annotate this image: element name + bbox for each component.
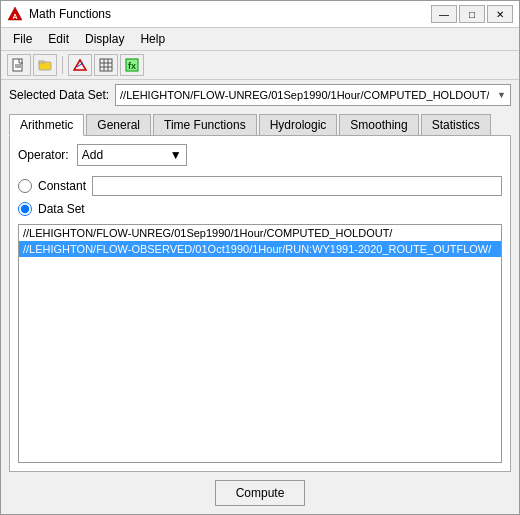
minimize-button[interactable]: — — [431, 5, 457, 23]
operator-select-arrow: ▼ — [170, 148, 182, 162]
menu-help[interactable]: Help — [132, 30, 173, 48]
operator-select-value: Add — [82, 148, 103, 162]
operator-label: Operator: — [18, 148, 69, 162]
window-controls: — □ ✕ — [431, 5, 513, 23]
list-item[interactable]: //LEHIGHTON/FLOW-OBSERVED/01Oct1990/1Hou… — [19, 241, 501, 257]
toolbar: fx — [1, 51, 519, 80]
open-button[interactable] — [33, 54, 57, 76]
tab-general[interactable]: General — [86, 114, 151, 135]
title-bar: A Math Functions — □ ✕ — [1, 1, 519, 28]
content-area: Operator: Add ▼ Constant Data Set //LEHI… — [9, 135, 511, 472]
menu-file[interactable]: File — [5, 30, 40, 48]
tab-smoothing[interactable]: Smoothing — [339, 114, 418, 135]
svg-text:fx: fx — [128, 61, 136, 71]
svg-rect-6 — [39, 61, 44, 63]
constant-label: Constant — [38, 179, 86, 193]
dataset-combo-value: //LEHIGHTON/FLOW-UNREG/01Sep1990/1Hour/C… — [120, 89, 489, 101]
svg-text:A: A — [13, 13, 18, 20]
main-window: A Math Functions — □ ✕ File Edit Display… — [0, 0, 520, 515]
list-item[interactable]: //LEHIGHTON/FLOW-UNREG/01Sep1990/1Hour/C… — [19, 225, 501, 241]
chart-button[interactable] — [68, 54, 92, 76]
menubar: File Edit Display Help — [1, 28, 519, 51]
operator-row: Operator: Add ▼ — [18, 144, 502, 166]
tab-arithmetic[interactable]: Arithmetic — [9, 114, 84, 136]
menu-display[interactable]: Display — [77, 30, 132, 48]
green-icon-button[interactable]: fx — [120, 54, 144, 76]
bottom-bar: Compute — [1, 472, 519, 514]
dataset-combo[interactable]: //LEHIGHTON/FLOW-UNREG/01Sep1990/1Hour/C… — [115, 84, 511, 106]
constant-radio[interactable] — [18, 179, 32, 193]
menu-edit[interactable]: Edit — [40, 30, 77, 48]
operator-select[interactable]: Add ▼ — [77, 144, 187, 166]
tabs-area: Arithmetic General Time Functions Hydrol… — [1, 110, 519, 135]
dataset-radio[interactable] — [18, 202, 32, 216]
table-button[interactable] — [94, 54, 118, 76]
app-icon: A — [7, 6, 23, 22]
compute-button[interactable]: Compute — [215, 480, 305, 506]
dataset-radio-row: Data Set — [18, 202, 502, 216]
dataset-combo-arrow: ▼ — [497, 90, 506, 100]
toolbar-separator-1 — [62, 56, 63, 74]
dataset-list[interactable]: //LEHIGHTON/FLOW-UNREG/01Sep1990/1Hour/C… — [18, 224, 502, 463]
constant-input[interactable] — [92, 176, 502, 196]
tab-hydrologic[interactable]: Hydrologic — [259, 114, 338, 135]
maximize-button[interactable]: □ — [459, 5, 485, 23]
window-title: Math Functions — [29, 7, 431, 21]
dataset-label: Selected Data Set: — [9, 88, 109, 102]
close-button[interactable]: ✕ — [487, 5, 513, 23]
new-button[interactable] — [7, 54, 31, 76]
svg-rect-9 — [100, 59, 112, 71]
tab-statistics[interactable]: Statistics — [421, 114, 491, 135]
selected-dataset-row: Selected Data Set: //LEHIGHTON/FLOW-UNRE… — [1, 80, 519, 110]
dataset-radio-label: Data Set — [38, 202, 85, 216]
tab-time-functions[interactable]: Time Functions — [153, 114, 257, 135]
constant-row: Constant — [18, 176, 502, 196]
